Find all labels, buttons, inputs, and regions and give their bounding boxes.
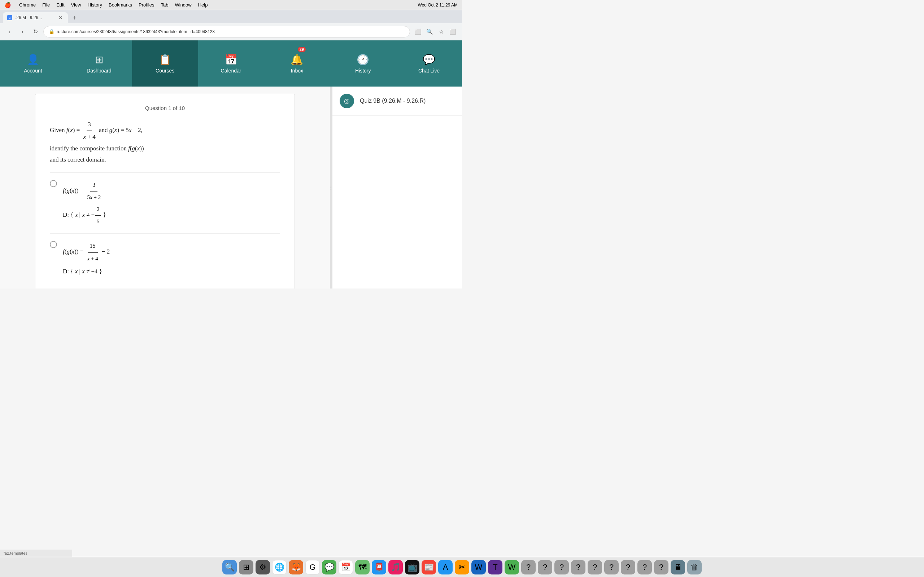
main-area: Question 1 of 10 Given f(x) = 3x + 4 and… xyxy=(0,87,462,288)
history-icon: 🕐 xyxy=(357,54,369,66)
question-domain: and its correct domain. xyxy=(50,154,280,166)
option-b-domain: D: { x | x ≠ −4 } xyxy=(63,265,110,278)
url-text: ructure.com/courses/2302486/assignments/… xyxy=(57,29,215,34)
zoom-icon[interactable]: 🔍 xyxy=(425,27,435,37)
lock-icon: 🔒 xyxy=(49,29,55,34)
active-tab[interactable]: C .26.M - 9.26... ✕ xyxy=(3,12,68,23)
new-tab-button[interactable]: + xyxy=(69,13,79,23)
courses-label: Courses xyxy=(155,68,174,74)
radio-a[interactable] xyxy=(50,180,57,187)
chrome-tabbar: C .26.M - 9.26... ✕ + xyxy=(0,10,462,23)
question-identify: identify the composite function f(g(x)) xyxy=(50,143,280,154)
datetime-display: Wed Oct 2 11:29 AM xyxy=(418,3,458,8)
right-panel-quiz-item[interactable]: ◎ Quiz 9B (9.26.M - 9.26.R) xyxy=(333,87,462,116)
reload-button[interactable]: ↻ xyxy=(30,27,40,37)
chatlive-label: Chat Live xyxy=(418,68,439,74)
tab-close-button[interactable]: ✕ xyxy=(58,15,63,21)
cast-icon[interactable]: ⬜ xyxy=(413,27,423,37)
quiz-radio-icon: ◎ xyxy=(340,94,354,108)
inbox-icon: 🔔 xyxy=(291,54,303,66)
forward-button[interactable]: › xyxy=(17,27,27,37)
question-box: Question 1 of 10 Given f(x) = 3x + 4 and… xyxy=(35,94,295,288)
question-header-divider: Question 1 of 10 xyxy=(50,105,280,111)
question-formula: Given f(x) = 3x + 4 and g(x) = 5x − 2, xyxy=(50,118,280,143)
chatlive-icon: 💬 xyxy=(423,54,435,66)
nav-account[interactable]: 👤 Account xyxy=(0,40,66,87)
nav-inbox[interactable]: 🔔 Inbox 29 xyxy=(264,40,330,87)
nav-calendar[interactable]: 📅 Calendar xyxy=(198,40,264,87)
back-button[interactable]: ‹ xyxy=(4,27,15,37)
profiles-menu[interactable]: Profiles xyxy=(139,2,154,8)
edit-menu[interactable]: Edit xyxy=(56,2,64,8)
option-a-formula: f(g(x)) = 35x + 2 xyxy=(63,179,106,203)
nav-history[interactable]: 🕐 History xyxy=(330,40,396,87)
chrome-menu[interactable]: Chrome xyxy=(19,2,36,8)
url-bar[interactable]: 🔒 ructure.com/courses/2302486/assignment… xyxy=(43,26,410,37)
account-label: Account xyxy=(24,68,42,74)
mac-status-bar: Wed Oct 2 11:29 AM xyxy=(418,3,458,8)
option-a-content: f(g(x)) = 35x + 2 D: { x | x ≠ −25 } xyxy=(63,179,106,227)
option-b-formula: f(g(x)) = 15x + 4 − 2 xyxy=(63,239,110,264)
tab-title: .26.M - 9.26... xyxy=(15,15,55,20)
bookmark-icon[interactable]: ☆ xyxy=(436,27,446,37)
answer-option-b[interactable]: f(g(x)) = 15x + 4 − 2 D: { x | x ≠ −4 } xyxy=(50,233,280,284)
question-header-text: Question 1 of 10 xyxy=(139,105,191,111)
window-menu[interactable]: Window xyxy=(175,2,191,8)
tab-menu[interactable]: Tab xyxy=(161,2,168,8)
help-menu[interactable]: Help xyxy=(198,2,208,8)
quiz-content: Question 1 of 10 Given f(x) = 3x + 4 and… xyxy=(0,87,330,288)
courses-icon: 📋 xyxy=(159,54,171,66)
dashboard-label: Dashboard xyxy=(87,68,111,74)
nav-chatlive[interactable]: 💬 Chat Live xyxy=(396,40,462,87)
answer-option-a[interactable]: f(g(x)) = 35x + 2 D: { x | x ≠ −25 } xyxy=(50,172,280,233)
right-panel: ◎ Quiz 9B (9.26.M - 9.26.R) xyxy=(332,87,462,288)
nav-courses[interactable]: 📋 Courses xyxy=(132,40,198,87)
history-menu[interactable]: History xyxy=(88,2,102,8)
question-text: Given f(x) = 3x + 4 and g(x) = 5x − 2, i… xyxy=(50,118,280,165)
calendar-label: Calendar xyxy=(221,68,241,74)
canvas-navbar: 👤 Account ⊞ Dashboard 📋 Courses 📅 Calend… xyxy=(0,40,462,87)
option-a-domain: D: { x | x ≠ −25 } xyxy=(63,203,106,227)
apple-menu[interactable]: 🍎 xyxy=(4,2,11,8)
file-menu[interactable]: File xyxy=(42,2,50,8)
dashboard-icon: ⊞ xyxy=(95,54,103,66)
calendar-icon: 📅 xyxy=(225,54,237,66)
quiz-title: Quiz 9B (9.26.M - 9.26.R) xyxy=(360,98,426,104)
history-label: History xyxy=(355,68,371,74)
address-bar-actions: ⬜ 🔍 ☆ ⬜ xyxy=(413,27,458,37)
mac-topbar: 🍎 Chrome File Edit View History Bookmark… xyxy=(0,0,462,10)
option-b-content: f(g(x)) = 15x + 4 − 2 D: { x | x ≠ −4 } xyxy=(63,239,110,278)
tab-favicon: C xyxy=(7,15,12,20)
inbox-badge: 29 xyxy=(298,47,306,52)
view-menu[interactable]: View xyxy=(71,2,81,8)
inbox-label: Inbox xyxy=(291,68,303,74)
account-icon: 👤 xyxy=(27,54,39,66)
profile-icon[interactable]: ⬜ xyxy=(447,27,458,37)
nav-dashboard[interactable]: ⊞ Dashboard xyxy=(66,40,132,87)
radio-b[interactable] xyxy=(50,241,57,248)
address-bar: ‹ › ↻ 🔒 ructure.com/courses/2302486/assi… xyxy=(0,23,462,40)
bookmarks-menu[interactable]: Bookmarks xyxy=(109,2,132,8)
